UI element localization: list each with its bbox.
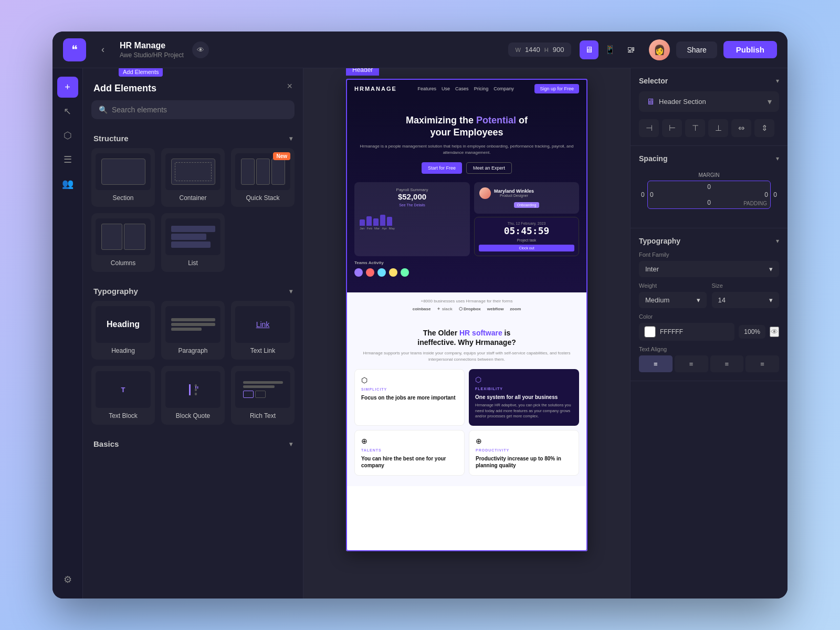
publish-button[interactable]: Publish	[723, 41, 777, 58]
chart-labels: Jan Feb Mar Apr May	[360, 227, 465, 230]
search-input[interactable]	[112, 106, 287, 114]
structure-label: Structure	[93, 134, 129, 143]
richtext-preview	[235, 371, 290, 408]
text-align-center[interactable]: ≡	[675, 355, 708, 372]
text-align-left[interactable]: ≡	[639, 355, 673, 372]
profile-card: Maryland Winkles Product Designer Onboar…	[474, 182, 579, 214]
font-family-dropdown[interactable]: Inter ▾	[639, 261, 779, 277]
typography-header[interactable]: Typography ▾	[639, 237, 779, 245]
text-align-justify[interactable]: ≡	[746, 355, 779, 372]
color-eye-btn[interactable]: 👁	[770, 327, 779, 337]
profile-avatar	[479, 187, 491, 199]
align-bottom[interactable]: ⊥	[708, 119, 728, 137]
hero-buttons: Start for Free Meet an Expert	[354, 162, 579, 174]
selector-value: 🖥 Header Section	[646, 97, 706, 107]
header-label: Header	[346, 68, 379, 76]
nav-features[interactable]: Features	[418, 86, 437, 91]
weight-dropdown[interactable]: Medium ▾	[639, 292, 707, 308]
site-cta[interactable]: Sign up for Free	[534, 84, 579, 93]
main-area: + ↖ ⬡ ☰ 👥 ⚙ Add Elements Add Elements × …	[52, 68, 788, 598]
hero-btn-secondary[interactable]: Meet an Expert	[466, 162, 512, 174]
sidebar-item-add[interactable]: +	[57, 77, 78, 98]
preview-button[interactable]: 👁	[192, 41, 209, 58]
bar-mar	[373, 218, 379, 226]
search-bar[interactable]: 🔍	[91, 100, 295, 119]
sidebar-item-components[interactable]: ⬡	[57, 125, 78, 146]
device-desktop[interactable]: 🖥	[580, 40, 598, 59]
opacity-val: 100%	[744, 328, 760, 335]
add-elements-tag: Add Elements	[119, 68, 163, 77]
sidebar-item-layers[interactable]: ☰	[57, 149, 78, 170]
heading-preview: Heading	[96, 306, 151, 343]
align-vcenter[interactable]: ⇕	[754, 119, 774, 137]
canvas-area: Header HRMANAGE Features Use Cases Prici…	[303, 68, 630, 598]
element-heading[interactable]: Heading Heading	[91, 301, 155, 360]
spacing-header[interactable]: Spacing ▾	[639, 154, 779, 163]
element-container[interactable]: Container	[161, 148, 225, 207]
color-input-wrapper: FFFFFF 100% 👁	[639, 323, 779, 341]
element-textlink[interactable]: Link Text Link	[231, 301, 295, 360]
nav-cases[interactable]: Cases	[455, 86, 469, 91]
sidebar-item-settings[interactable]: ⚙	[57, 569, 78, 590]
selector-header[interactable]: Selector ▾	[639, 77, 779, 85]
canvas-frame[interactable]: HRMANAGE Features Use Cases Pricing Comp…	[346, 79, 587, 551]
text-align-right[interactable]: ≡	[710, 355, 744, 372]
hero-btn-primary[interactable]: Start for Free	[422, 162, 462, 174]
logo-button[interactable]: ❝	[63, 38, 86, 61]
share-button[interactable]: Share	[676, 41, 717, 58]
blockquote-label: Block Quote	[176, 412, 210, 419]
logo-icon: ❝	[71, 43, 78, 57]
color-input[interactable]: FFFFFF	[639, 323, 734, 341]
element-paragraph[interactable]: Paragraph	[161, 301, 225, 360]
columns-label: Columns	[111, 259, 135, 267]
avatar: 👩	[649, 39, 670, 60]
element-blockquote[interactable]: " Block Quote	[161, 366, 225, 425]
device-monitor[interactable]: 🖳	[622, 40, 640, 59]
align-right[interactable]: ⊢	[662, 119, 682, 137]
font-family-label: Font Family	[639, 251, 779, 258]
opacity-input[interactable]: 100%	[739, 325, 765, 339]
simplicity-tag: SIMPLICITY	[361, 387, 458, 391]
size-dropdown[interactable]: 14 ▾	[712, 292, 780, 308]
team-av3	[377, 268, 386, 277]
selector-dropdown[interactable]: 🖥 Header Section ▾	[639, 91, 779, 112]
device-tablet[interactable]: 📱	[601, 40, 620, 59]
align-top[interactable]: ⊤	[685, 119, 705, 137]
topbar-right: 👩 Share Publish	[649, 39, 777, 60]
basics-section-header[interactable]: Basics ▾	[83, 433, 303, 454]
element-richtext[interactable]: Rich Text	[231, 366, 295, 425]
payroll-link[interactable]: See The Details	[360, 203, 465, 207]
canvas-wrapper: Header HRMANAGE Features Use Cases Prici…	[346, 79, 587, 551]
structure-section-header[interactable]: Structure ▾	[83, 128, 303, 148]
team-av4	[389, 268, 397, 277]
sidebar-item-users[interactable]: 👥	[57, 173, 78, 194]
talents-icon: ⊕	[361, 437, 458, 445]
eye-icon: 👁	[197, 46, 204, 54]
element-textblock[interactable]: T Text Block	[91, 366, 155, 425]
back-button[interactable]: ‹	[94, 41, 111, 58]
basics-chevron: ▾	[289, 440, 292, 448]
close-button[interactable]: ×	[287, 81, 292, 92]
padding-box: 0 0 0 0 PADDING	[647, 181, 771, 209]
team-av1	[354, 268, 363, 277]
align-left[interactable]: ⊣	[639, 119, 659, 137]
align-hcenter[interactable]: ⇔	[731, 119, 751, 137]
typography-section-header[interactable]: Typography ▾	[83, 280, 303, 301]
clock-out-btn[interactable]: Clock out	[479, 245, 574, 251]
date-text: Thu, 12 February, 2023	[479, 222, 574, 225]
element-section[interactable]: Section	[91, 148, 155, 207]
feature-cards: ⬡ SIMPLICITY Focus on the jobs are more …	[354, 369, 579, 476]
time-card: Thu, 12 February, 2023 05:45:59 Project …	[474, 217, 579, 256]
nav-pricing[interactable]: Pricing	[474, 86, 489, 91]
sidebar-item-cursor[interactable]: ↖	[57, 101, 78, 122]
nav-use[interactable]: Use	[442, 86, 450, 91]
site-header: HRMANAGE Features Use Cases Pricing Comp…	[346, 79, 587, 99]
typography-chevron: ▾	[776, 237, 779, 245]
size-arrow: ▾	[769, 296, 773, 304]
element-quickstack[interactable]: New Quick Stack	[231, 148, 295, 207]
partner-zoom: zoom	[510, 307, 521, 311]
selector-chevron: ▾	[776, 77, 779, 85]
element-columns[interactable]: Columns	[91, 213, 155, 272]
nav-company[interactable]: Company	[494, 86, 514, 91]
element-list[interactable]: List	[161, 213, 225, 272]
